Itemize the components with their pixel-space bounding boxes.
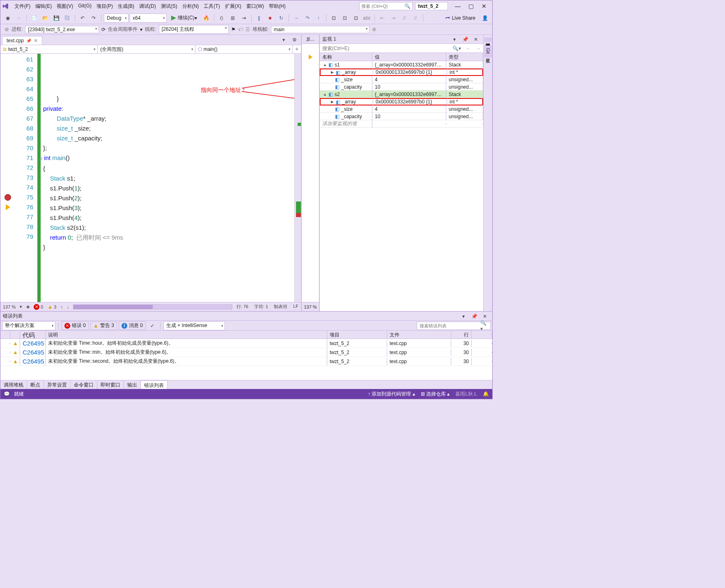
t1-icon[interactable]: ⊡ <box>329 13 339 23</box>
bottom-tab[interactable]: 即时窗口 <box>97 380 124 389</box>
menu-item[interactable]: 扩展(X) <box>223 1 244 11</box>
watch-row[interactable]: ▶_array0x000001332e6997b0 {1}int * <box>320 98 483 105</box>
error-row[interactable]: ▲C26495未初始化变量 Time::hour。始终初始化成员变量(type.… <box>0 339 492 348</box>
down-icon[interactable]: ↓ <box>67 304 69 309</box>
step-out-icon[interactable]: ↑ <box>314 13 323 23</box>
save-all-icon[interactable]: ⿻ <box>62 13 72 23</box>
bookmark-icon[interactable]: 🏷 <box>238 27 243 32</box>
gear-icon[interactable]: ⚙ <box>289 35 299 45</box>
err-menu-icon[interactable]: ▾ <box>459 311 468 321</box>
side-tab-git-changes[interactable]: Git 更改 <box>484 46 492 57</box>
bottom-tab[interactable]: 错误列表 <box>141 380 167 389</box>
menu-item[interactable]: 生成(B) <box>115 1 137 11</box>
hotreload-icon[interactable]: 🔥 <box>202 13 211 23</box>
repo-button[interactable]: ⊞ 选择仓库 ▴ <box>421 391 450 398</box>
messages-pill[interactable]: i消息 0 <box>119 321 146 330</box>
watch-row[interactable]: _size4unsigned... <box>320 76 483 83</box>
watch-header-name[interactable]: 名称 <box>320 53 372 61</box>
undo-icon[interactable]: ↶ <box>78 13 87 23</box>
nav-back-icon[interactable]: ◉ <box>3 13 13 23</box>
menu-item[interactable]: 项目(P) <box>94 1 115 11</box>
account-icon[interactable]: 👤 <box>480 13 490 23</box>
menu-item[interactable]: 调试(D) <box>137 1 158 11</box>
pin-icon[interactable]: 📌 <box>26 39 31 43</box>
nav-fwd-icon[interactable]: → <box>14 13 24 23</box>
panel-close-icon[interactable]: ✕ <box>471 35 481 44</box>
watch-header-value[interactable]: 值 <box>372 53 446 61</box>
error-row[interactable]: ▲C26495未初始化变量 Time::min。始终初始化成员变量(type.6… <box>0 348 492 357</box>
up-icon[interactable]: ↑ <box>60 304 63 309</box>
watch-header-type[interactable]: 类型 <box>446 53 483 61</box>
global-search[interactable]: 🔍 <box>359 2 413 10</box>
open-icon[interactable]: 📂 <box>40 13 50 23</box>
menu-item[interactable]: 文件(F) <box>12 1 33 11</box>
process-select[interactable]: [23940] twzt_5_2.exe <box>25 26 99 33</box>
search-go-icon[interactable]: 🔍▾ <box>450 46 463 51</box>
bottom-tab[interactable]: 命令窗口 <box>71 380 97 389</box>
nav-member[interactable]: ⬠main() <box>195 45 293 53</box>
pause-icon[interactable]: ‖ <box>254 13 264 23</box>
nav-scope[interactable]: (全局范围) <box>98 45 195 53</box>
stop-icon[interactable]: ■ <box>265 13 275 23</box>
watch-row[interactable]: _capacity10unsigned... <box>320 83 483 91</box>
bottom-tab[interactable]: 调用堆栈 <box>0 380 27 389</box>
bottom-tab[interactable]: 异常设置 <box>44 380 71 389</box>
search-next-icon[interactable]: → <box>473 46 483 51</box>
view-icon[interactable]: ☰ <box>245 27 250 32</box>
cycle-icon[interactable]: ⟳ <box>101 27 106 32</box>
flag-icon[interactable]: ⚑ <box>231 27 236 32</box>
comment-icon[interactable]: // <box>399 13 409 23</box>
errors-pill[interactable]: ✕错误 0 <box>62 321 89 330</box>
step-icon[interactable]: ⎙ <box>217 13 227 23</box>
step-over-icon[interactable]: ↷ <box>303 13 312 23</box>
feedback-icon[interactable]: 💬 <box>4 391 10 397</box>
minimize-button[interactable]: — <box>451 1 464 11</box>
menu-item[interactable]: 工具(T) <box>201 1 222 11</box>
new-file-icon[interactable]: 📄 <box>29 13 39 23</box>
panel-pin-icon[interactable]: 📌 <box>460 35 470 44</box>
indent-icon[interactable]: ⇤ <box>377 13 387 23</box>
next-icon[interactable]: ⇥ <box>239 13 249 23</box>
close-tab-icon[interactable]: ✕ <box>34 38 38 43</box>
side-tab-solution-explorer[interactable]: 解决方案资源管理器 <box>484 37 492 42</box>
restart-icon[interactable]: ↻ <box>276 13 286 23</box>
filter-icon[interactable]: ✓ <box>147 321 157 331</box>
breakpoint-icon[interactable] <box>5 194 11 201</box>
error-row[interactable]: ▲C26495未初始化变量 Time::second。始终初始化成员变量(typ… <box>0 357 492 366</box>
close-button[interactable]: ✕ <box>477 1 491 11</box>
error-search-input[interactable] <box>417 323 479 328</box>
continue-button[interactable]: 继续(C) ▾ <box>168 14 200 23</box>
menu-item[interactable]: 测试(S) <box>158 1 180 11</box>
search-prev-icon[interactable]: ← <box>463 46 473 51</box>
panel-menu-icon[interactable]: ▾ <box>450 35 459 44</box>
warnings-pill[interactable]: ▲警告 3 <box>90 321 117 330</box>
dropdown-icon[interactable]: ▾ <box>279 35 289 45</box>
watch-row[interactable]: ▲s1{_array=0x000001332e6997b0 {...Stack <box>320 61 483 69</box>
t4-icon[interactable]: abc <box>362 13 372 23</box>
stackframe-select[interactable]: main <box>271 26 369 33</box>
build-source-select[interactable]: 生成 + IntelliSense <box>163 321 225 330</box>
menu-item[interactable]: 编辑(E) <box>33 1 54 11</box>
watch-add-row[interactable]: 添加要监视的项 <box>320 120 483 128</box>
t2-icon[interactable]: ⊡ <box>340 13 350 23</box>
err-pin-icon[interactable]: 📌 <box>469 311 479 321</box>
maximize-button[interactable]: ▢ <box>464 1 477 11</box>
platform-select[interactable]: x64 <box>130 14 167 23</box>
t3-icon[interactable]: ⊡ <box>351 13 361 23</box>
menu-item[interactable]: 帮助(H) <box>266 1 288 11</box>
src-control-button[interactable]: ↑ 添加到源代码管理 ▴ <box>368 391 415 398</box>
config-select[interactable]: Debug <box>104 14 128 23</box>
menu-item[interactable]: 视图(V) <box>54 1 76 11</box>
code-editor[interactable]: 61626364656667686970717273747576777879 指… <box>0 54 301 302</box>
thread-select[interactable]: [26204] 主线程 <box>159 25 229 34</box>
watch-row[interactable]: ▲s2{_array=0x000001332e6997b0 {...Stack <box>320 91 483 98</box>
menu-item[interactable]: Git(G) <box>76 1 94 11</box>
bottom-tab[interactable]: 输出 <box>124 380 141 389</box>
watch-row[interactable]: ▶_array0x000001332e6997b0 {1}int * <box>320 69 483 76</box>
watch-row[interactable]: _size4unsigned... <box>320 105 483 113</box>
notif-icon[interactable]: 🔔 <box>483 391 489 397</box>
error-scope-select[interactable]: 整个解决方案 <box>2 321 55 330</box>
nav-project[interactable]: ⧉twzt_5_2 <box>0 45 98 53</box>
uncomment-icon[interactable]: // <box>411 13 420 23</box>
menu-item[interactable]: 窗口(W) <box>244 1 266 11</box>
